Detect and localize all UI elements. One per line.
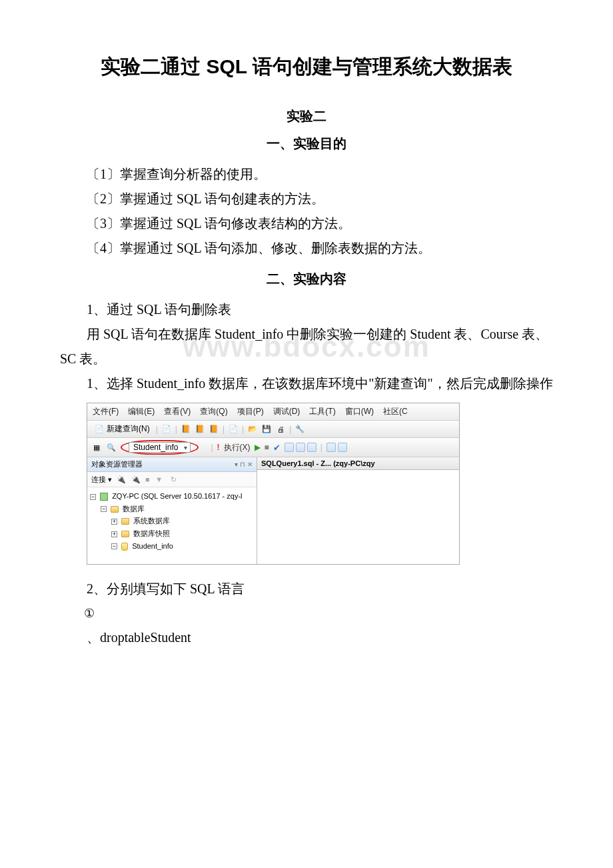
disconnect-icon[interactable]: 🔌 xyxy=(131,474,141,485)
menu-window[interactable]: 窗口(W) xyxy=(345,406,374,417)
tree-snapshot-node[interactable]: + 数据库快照 xyxy=(90,527,254,540)
object-explorer-toolbar: 连接 ▾ 🔌 🔌 ■ ▼ ↻ xyxy=(87,472,257,487)
toolbar-icon[interactable]: 📙 xyxy=(181,424,191,435)
ssms-menubar: 文件(F) 编辑(E) 查看(V) 查询(Q) 项目(P) 调试(D) 工具(T… xyxy=(87,403,459,421)
separator: | xyxy=(156,425,158,434)
sql-statement: 、droptableStudent xyxy=(60,625,553,650)
toolbar-icon[interactable]: 📄 xyxy=(228,424,239,435)
tree-snapshot-label: 数据库快照 xyxy=(133,529,170,537)
query-editor-panel: SQLQuery1.sql - Z... (zqy-PC\zqy xyxy=(257,457,459,564)
new-query-button[interactable]: 📄 新建查询(N) xyxy=(91,423,153,435)
tree-databases-node[interactable]: − 数据库 xyxy=(90,503,254,515)
purpose-item: 〔1〕掌握查询分析器的使用。 xyxy=(60,162,553,187)
toolbar-icon[interactable]: 🔧 xyxy=(295,424,305,435)
database-selector-highlight: Student_info xyxy=(121,440,199,455)
menu-file[interactable]: 文件(F) xyxy=(93,406,119,417)
object-explorer-label: 对象资源管理器 xyxy=(91,459,143,469)
ssms-toolbar-query: ▦ 🔍 Student_info | ! 执行(X) ▶ ■ ✔ | xyxy=(87,438,459,457)
execute-label: 执行(X) xyxy=(224,442,251,453)
connect-icon[interactable]: 🔌 xyxy=(116,474,127,485)
content-substep: 1、选择 Student_info 数据库，在该数据库环境中"新建查询"，然后完… xyxy=(60,371,553,396)
bang-icon: ! xyxy=(217,443,220,452)
database-selector[interactable]: Student_info xyxy=(129,442,191,453)
panel-pin-controls[interactable]: ▾ ⊓ ✕ xyxy=(235,461,253,468)
menu-project[interactable]: 项目(P) xyxy=(237,406,264,417)
menu-community[interactable]: 社区(C xyxy=(383,406,408,417)
tree-expand-icon[interactable]: + xyxy=(111,531,117,537)
tree-sysdb-label: 系统数据库 xyxy=(133,517,170,525)
content-paragraph: 用 SQL 语句在数据库 Student_info 中删除实验一创建的 Stud… xyxy=(60,322,553,371)
tree-server-label: ZQY-PC (SQL Server 10.50.1617 - zqy-l xyxy=(112,492,242,500)
object-explorer-title: 对象资源管理器 ▾ ⊓ ✕ xyxy=(87,457,257,472)
toolbar-mini-icon[interactable] xyxy=(326,443,336,452)
filter-icon[interactable]: ▼ xyxy=(154,474,165,485)
document-title: 实验二通过 SQL 语句创建与管理系统大数据表 xyxy=(60,53,553,81)
tree-studentinfo-label: Student_info xyxy=(132,542,173,550)
tree-collapse-icon[interactable]: − xyxy=(111,543,117,549)
menu-debug[interactable]: 调试(D) xyxy=(273,406,301,417)
tree-sysdb-node[interactable]: + 系统数据库 xyxy=(90,515,254,527)
new-query-label: 新建查询(N) xyxy=(107,423,150,435)
save-icon[interactable]: 💾 xyxy=(261,424,272,435)
separator: | xyxy=(242,425,244,434)
tree-studentinfo-node[interactable]: − Student_info xyxy=(90,540,254,553)
tree-collapse-icon[interactable]: − xyxy=(90,494,96,500)
section-heading-content: 二、实验内容 xyxy=(60,270,553,288)
query-tab[interactable]: SQLQuery1.sql - Z... (zqy-PC\zqy xyxy=(257,457,459,470)
content-substep: 2、分别填写如下 SQL 语言 xyxy=(60,577,553,601)
tree-collapse-icon[interactable]: − xyxy=(101,506,107,512)
content-step: 1、通过 SQL 语句删除表 xyxy=(60,297,553,322)
section-heading-purpose: 一、实验目的 xyxy=(60,135,553,153)
separator: | xyxy=(289,425,291,434)
document-subtitle: 实验二 xyxy=(60,107,553,125)
open-icon[interactable]: 📂 xyxy=(247,424,258,435)
result-text-icon[interactable] xyxy=(296,443,305,452)
toolbar-icon[interactable]: 📙 xyxy=(195,424,205,435)
play-icon[interactable]: ▶ xyxy=(255,443,261,452)
object-explorer-panel: 对象资源管理器 ▾ ⊓ ✕ 连接 ▾ 🔌 🔌 ■ ▼ ↻ − ZQY-PC (S… xyxy=(87,457,257,564)
purpose-item: 〔4〕掌握通过 SQL 语句添加、修改、删除表数据的方法。 xyxy=(60,236,553,261)
stop-icon[interactable]: ■ xyxy=(145,475,150,483)
server-icon xyxy=(100,493,108,501)
ssms-toolbar-main: 📄 新建查询(N) | 📄 | 📙 📙 📙 | 📄 | 📂 💾 🖨 | 🔧 xyxy=(87,421,459,438)
menu-edit[interactable]: 编辑(E) xyxy=(128,406,155,417)
misc-icons xyxy=(326,443,347,452)
result-file-icon[interactable] xyxy=(307,443,316,452)
toolbar-icon[interactable]: ▦ xyxy=(91,442,102,453)
database-icon xyxy=(121,543,128,551)
purpose-item: 〔2〕掌握通过 SQL 语句创建表的方法。 xyxy=(60,187,553,211)
menu-tools[interactable]: 工具(T) xyxy=(309,406,335,417)
print-icon[interactable]: 🖨 xyxy=(275,424,286,435)
purpose-item: 〔3〕掌握通过 SQL 语句修改表结构的方法。 xyxy=(60,211,553,236)
connect-button[interactable]: 连接 ▾ xyxy=(91,475,112,485)
toolbar-icon[interactable]: 📙 xyxy=(209,424,219,435)
result-grid-icon[interactable] xyxy=(285,443,294,452)
numbered-marker: ① xyxy=(60,601,553,625)
execute-button[interactable]: 执行(X) xyxy=(224,442,251,453)
toolbar-icon[interactable]: 🔍 xyxy=(106,442,117,453)
separator: | xyxy=(175,425,177,434)
menu-query[interactable]: 查询(Q) xyxy=(200,406,227,417)
tree-databases-label: 数据库 xyxy=(123,505,145,513)
toolbar-icon[interactable]: 📄 xyxy=(161,424,172,435)
check-icon[interactable]: ✔ xyxy=(273,443,281,453)
tree-server-node[interactable]: − ZQY-PC (SQL Server 10.50.1617 - zqy-l xyxy=(90,490,254,503)
separator: | xyxy=(211,443,213,452)
ssms-screenshot: 文件(F) 编辑(E) 查看(V) 查询(Q) 项目(P) 调试(D) 工具(T… xyxy=(87,403,460,565)
folder-icon xyxy=(121,531,129,537)
separator: | xyxy=(223,425,225,434)
object-explorer-tree: − ZQY-PC (SQL Server 10.50.1617 - zqy-l … xyxy=(87,487,257,555)
tree-expand-icon[interactable]: + xyxy=(111,519,117,525)
folder-icon xyxy=(111,506,119,513)
refresh-icon[interactable]: ↻ xyxy=(169,474,179,485)
new-query-icon: 📄 xyxy=(94,424,105,435)
stop-icon[interactable]: ■ xyxy=(265,443,269,452)
menu-view[interactable]: 查看(V) xyxy=(164,406,191,417)
folder-icon xyxy=(121,518,129,525)
ssms-body: 对象资源管理器 ▾ ⊓ ✕ 连接 ▾ 🔌 🔌 ■ ▼ ↻ − ZQY-PC (S… xyxy=(87,457,459,564)
result-mode-icons xyxy=(285,443,316,452)
separator: | xyxy=(320,443,322,452)
toolbar-mini-icon[interactable] xyxy=(338,443,347,452)
